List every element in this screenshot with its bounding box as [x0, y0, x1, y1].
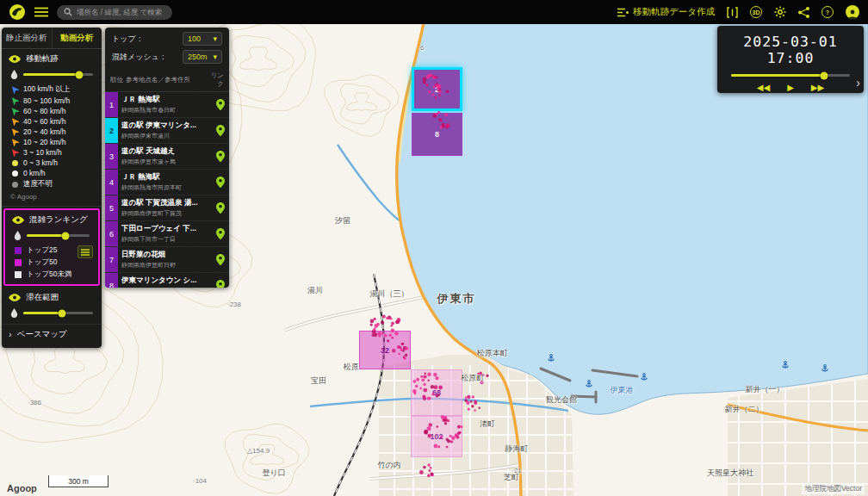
- ranking-row[interactable]: 3 道の駅 天城越え 静岡県伊豆市湯ヶ島: [105, 144, 229, 170]
- speed-legend-item: 60 ~ 80 km/h: [2, 106, 102, 116]
- speed-arrow-icon: [10, 107, 19, 115]
- poi-address: 静岡県南伊豆町下賀茂: [121, 209, 208, 218]
- share-icon[interactable]: [798, 7, 809, 18]
- search-input[interactable]: [77, 8, 165, 16]
- speed-legend-label: 3 ~ 10 km/h: [23, 148, 62, 157]
- datetime-display: 2025-03-01 17:00: [728, 34, 853, 66]
- stay-range-opacity-slider[interactable]: [23, 312, 93, 314]
- map-pin-icon[interactable]: [216, 254, 225, 265]
- ranking-row[interactable]: 8 伊東マリンタウン シ... 静岡県伊東市湯川: [105, 273, 229, 288]
- rewind-button[interactable]: ◀◀: [757, 83, 770, 92]
- menu-icon[interactable]: [34, 7, 48, 17]
- rank-badge: 2: [105, 118, 118, 143]
- search-box[interactable]: [57, 5, 172, 20]
- congestion-legend: トップ25トップ50トップ50未満: [5, 245, 98, 282]
- ranking-row[interactable]: 2 道の駅 伊東マリンタ... 静岡県伊東市湯川: [105, 118, 229, 144]
- search-icon: [64, 8, 72, 16]
- congestion-mesh-cell[interactable]: 8: [412, 113, 462, 156]
- trajectory-opacity-slider[interactable]: [23, 73, 93, 76]
- ranking-row[interactable]: 5 道の駅 下賀茂温泉 湯... 静岡県南伊豆町下賀茂: [105, 195, 229, 221]
- slider-knob[interactable]: [58, 309, 65, 317]
- agoop-credit: © Agoop: [2, 190, 102, 204]
- caret-down-icon: ▾: [213, 53, 217, 61]
- congestion-mesh-cell[interactable]: 102: [411, 416, 462, 457]
- mesh-rank-label: 2: [435, 85, 439, 94]
- rank-badge: 3: [105, 144, 118, 169]
- slider-knob[interactable]: [75, 71, 83, 78]
- congestion-mesh-cell[interactable]: 2: [412, 67, 462, 111]
- slider-fill: [23, 312, 62, 314]
- speed-legend-item: 20 ~ 40 km/h: [2, 127, 102, 137]
- analysis-tabs: 静止画分析 動画分析: [2, 28, 102, 49]
- mesh-size-label: 混雑メッシュ：: [112, 52, 167, 63]
- view-3d-button[interactable]: 3D: [750, 6, 762, 18]
- ranking-row[interactable]: 6 下田ロープウェイ 下... 静岡県下田市一丁目: [105, 221, 229, 247]
- poi-info: 道の駅 下賀茂温泉 湯... 静岡県南伊豆町下賀茂: [118, 195, 212, 220]
- app-window: 283268102 伊東市湯川（三）湯川汐留松原宝田松原本町松原町観光会館伊東港…: [0, 0, 868, 496]
- fast-forward-button[interactable]: ▶▶: [811, 83, 824, 92]
- slider-knob[interactable]: [820, 71, 828, 79]
- poi-info: 伊東マリンタウン シ... 静岡県伊東市湯川: [118, 273, 212, 288]
- speed-dot-icon: [12, 170, 18, 177]
- time-slider[interactable]: [731, 74, 850, 77]
- tab-video-analysis[interactable]: 動画分析: [52, 28, 102, 48]
- poi-address: 静岡県伊東市湯川: [121, 287, 208, 288]
- poi-name: 道の駅 下賀茂温泉 湯...: [121, 198, 208, 208]
- ranking-row[interactable]: 4 ＪＲ 熱海駅 静岡県熱海市田原本町: [105, 170, 229, 195]
- trajectory-section: 移動軌跡 100 km/h 以上80 ~ 100 km/h60 ~ 80 km/…: [2, 49, 102, 207]
- basemap-row[interactable]: › ベースマップ: [2, 325, 102, 343]
- map-pin-icon[interactable]: [216, 177, 225, 188]
- poi-name: 日野菜の花畑: [121, 250, 208, 260]
- mesh-size-select[interactable]: 250m ▾: [183, 50, 222, 64]
- congestion-legend-label: トップ50未満: [27, 270, 72, 280]
- map-pin-icon[interactable]: [216, 280, 225, 288]
- measure-icon[interactable]: [727, 7, 738, 18]
- agoop-logo[interactable]: [9, 3, 26, 21]
- ranking-row[interactable]: 7 日野菜の花畑 静岡県南伊豆町日野: [105, 247, 229, 273]
- slider-knob[interactable]: [62, 232, 70, 239]
- map-pin-icon[interactable]: [216, 228, 225, 239]
- ranking-table-header: 順位 参考地点名／参考住所 リンク: [105, 66, 229, 92]
- congestion-opacity-slider[interactable]: [27, 234, 90, 237]
- slider-fill: [731, 74, 824, 77]
- speed-legend-item: 80 ~ 100 km/h: [2, 96, 102, 106]
- basemap-section: › ベースマップ: [2, 325, 102, 344]
- track-data-icon: [617, 8, 629, 17]
- help-button[interactable]: ?: [822, 6, 834, 18]
- speed-legend-item: 0 km/h: [2, 168, 102, 178]
- visibility-eye-icon[interactable]: [9, 294, 21, 301]
- mesh-rank-label: 8: [435, 130, 439, 139]
- map-pin-icon[interactable]: [216, 151, 225, 162]
- speed-legend-item: 40 ~ 60 km/h: [2, 116, 102, 127]
- top-count-select[interactable]: 100 ▾: [183, 32, 222, 46]
- poi-address: 静岡県南伊豆町日野: [121, 261, 208, 270]
- play-button[interactable]: ▶: [787, 83, 794, 92]
- congestion-mesh-cell[interactable]: 68: [411, 369, 462, 416]
- poi-address: 静岡県伊豆市湯ヶ島: [121, 158, 208, 166]
- ranking-list-toggle-button[interactable]: [78, 245, 93, 258]
- map-pin-icon[interactable]: [216, 99, 225, 110]
- map-pin-icon[interactable]: [216, 202, 225, 214]
- person-icon: [847, 9, 858, 19]
- slider-fill: [27, 234, 65, 237]
- visibility-eye-icon[interactable]: [12, 216, 24, 224]
- analysis-side-panel: 静止画分析 動画分析 移動軌跡 100 km/h 以上80 ~ 100 km/h…: [2, 28, 102, 348]
- account-avatar[interactable]: [846, 5, 859, 19]
- create-track-data-button[interactable]: 移動軌跡データ作成: [617, 6, 715, 18]
- opacity-icon: [10, 70, 18, 79]
- ranking-row[interactable]: 1 ＪＲ 熱海駅 静岡県熱海市春日町: [105, 92, 229, 118]
- poi-address: 静岡県下田市一丁目: [121, 235, 208, 244]
- map-pin-icon[interactable]: [216, 125, 225, 136]
- speed-legend-label: 0 ~ 3 km/h: [23, 158, 58, 167]
- col-rank: 順位: [110, 76, 126, 84]
- slider-fill: [23, 73, 79, 76]
- time-panel-expand-chevron[interactable]: ›: [856, 76, 860, 90]
- visibility-eye-icon[interactable]: [9, 55, 21, 63]
- tab-still-image-analysis[interactable]: 静止画分析: [2, 28, 52, 48]
- rank-badge: 5: [105, 195, 118, 220]
- speed-legend-label: 60 ~ 80 km/h: [23, 107, 65, 115]
- congestion-mesh-cell[interactable]: 32: [359, 331, 411, 369]
- settings-gear-icon[interactable]: [774, 6, 786, 18]
- poi-name: 道の駅 天城越え: [121, 146, 208, 157]
- top-count-label: トップ：: [112, 34, 144, 45]
